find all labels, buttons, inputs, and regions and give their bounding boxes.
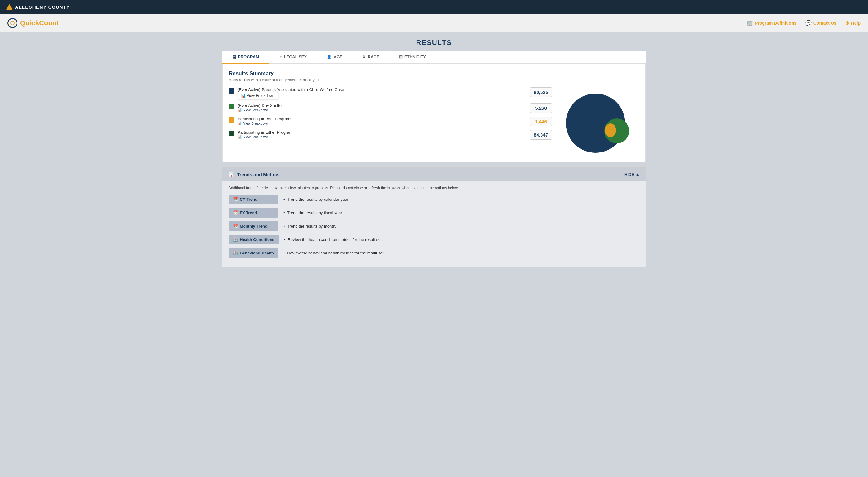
calendar-monthly-icon: 📅 xyxy=(233,224,238,228)
tab-race[interactable]: ✕ RACE xyxy=(352,51,389,64)
trends-section: 📊 Trends and Metrics HIDE ▲ Additional t… xyxy=(222,167,646,267)
cy-trend-button[interactable]: 📅 CY Trend xyxy=(228,195,278,204)
tab-age-label: AGE xyxy=(334,55,342,59)
result-label-area-4: Participating in Either Program 📊 View B… xyxy=(238,130,527,139)
ethnicity-icon: ⊞ xyxy=(399,55,403,59)
tab-ethnicity[interactable]: ⊞ ETHNICITY xyxy=(389,51,436,64)
person-icon: 👤 xyxy=(327,55,332,59)
tab-program[interactable]: ▤ PROGRAM xyxy=(222,51,269,64)
help-link[interactable]: ⊕ Help xyxy=(845,20,861,26)
result-label-area-1: (Ever Active) Parents Associated with a … xyxy=(238,87,527,99)
race-icon: ✕ xyxy=(362,55,366,59)
contact-us-label: Contact Us xyxy=(813,21,837,26)
color-box-1 xyxy=(229,88,235,94)
org-logo: ALLEGHENY COUNTY xyxy=(6,4,70,10)
result-label-area-2: (Ever Active) Day Shelter 📊 View Breakdo… xyxy=(238,103,527,112)
program-definitions-link[interactable]: 🏢 Program Definitions xyxy=(747,20,797,26)
help-label: Help xyxy=(851,21,861,26)
venn-diagram-area xyxy=(558,87,639,156)
app-name-quick: Quick xyxy=(20,19,39,27)
tab-ethnicity-label: ETHNICITY xyxy=(404,55,426,59)
app-logo-area: QuickCount xyxy=(7,18,59,28)
behavioral-health-desc: • Review the behavioral health metrics f… xyxy=(283,248,385,255)
count-badge-4: 84,347 xyxy=(530,130,552,140)
trends-heading: Trends and Metrics xyxy=(237,172,280,177)
trend-row-monthly: 📅 Monthly Trend • Trend the results by m… xyxy=(228,221,640,231)
help-icon: ⊕ xyxy=(845,20,849,26)
contact-us-link[interactable]: 💬 Contact Us xyxy=(805,20,837,26)
calendar-cy-icon: 📅 xyxy=(233,197,238,202)
trends-body: Additional trends/metrics may take a few… xyxy=(222,181,646,266)
result-row-2: (Ever Active) Day Shelter 📊 View Breakdo… xyxy=(229,103,552,113)
trends-note: Additional trends/metrics may take a few… xyxy=(228,186,640,190)
header-bar: QuickCount 🏢 Program Definitions 💬 Conta… xyxy=(0,14,868,32)
monthly-trend-label: Monthly Trend xyxy=(240,224,268,228)
chat-icon: 💬 xyxy=(805,20,812,26)
result-row-1: (Ever Active) Parents Associated with a … xyxy=(229,87,552,99)
health-conditions-desc: • Review the health condition metrics fo… xyxy=(284,235,382,242)
result-row-3: Participating in Both Programs 📊 View Br… xyxy=(229,117,552,126)
tabs-container: ▤ PROGRAM ♂ LEGAL SEX 👤 AGE ✕ RACE ⊞ ETH… xyxy=(222,51,646,162)
chevron-up-icon: ▲ xyxy=(636,172,640,177)
app-name: QuickCount xyxy=(20,19,59,27)
behavioral-icon: 🏥 xyxy=(233,251,238,255)
bullet-behavioral: • xyxy=(283,251,285,255)
triangle-icon xyxy=(6,4,12,10)
chart-icon-2: 📊 xyxy=(238,108,242,112)
program-definitions-label: Program Definitions xyxy=(755,21,797,26)
chart-icon: 📊 xyxy=(241,94,246,98)
org-name: ALLEGHENY COUNTY xyxy=(15,4,70,10)
view-breakdown-3[interactable]: 📊 View Breakdown xyxy=(238,121,527,125)
health-conditions-button[interactable]: 🏥 Health Conditions xyxy=(228,235,279,245)
tooltip-text-1[interactable]: 📊 View Breakdown xyxy=(238,92,278,99)
result-label-1: (Ever Active) Parents Associated with a … xyxy=(238,87,527,92)
tooltip-popup-1: 📊 View Breakdown xyxy=(238,92,527,99)
monthly-trend-desc: • Trend the results by month. xyxy=(283,221,336,228)
view-breakdown-2[interactable]: 📊 View Breakdown xyxy=(238,108,527,112)
venn-diagram xyxy=(564,87,633,156)
behavioral-health-label: Behavioral Health xyxy=(240,251,274,255)
cy-trend-desc: • Trend the results by calendar year. xyxy=(283,195,349,202)
trend-row-cy: 📅 CY Trend • Trend the results by calend… xyxy=(228,195,640,204)
result-label-4: Participating in Either Program xyxy=(238,130,527,135)
health-conditions-description: Review the health condition metrics for … xyxy=(287,237,382,242)
bullet-fy: • xyxy=(283,211,285,215)
monthly-trend-description: Trend the results by month. xyxy=(287,224,336,228)
bullet-health: • xyxy=(284,237,285,242)
results-panel: Results Summary *Only results with a val… xyxy=(222,64,646,162)
hide-button[interactable]: HIDE ▲ xyxy=(624,172,640,177)
top-navigation: ALLEGHENY COUNTY xyxy=(0,0,868,14)
chart-icon-4: 📊 xyxy=(238,135,242,139)
results-title: RESULTS xyxy=(222,39,646,47)
main-content: RESULTS ▤ PROGRAM ♂ LEGAL SEX 👤 AGE ✕ RA… xyxy=(216,32,652,273)
fy-trend-desc: • Trend the results by fiscal year. xyxy=(283,208,343,215)
result-label-2: (Ever Active) Day Shelter xyxy=(238,103,527,108)
tab-age[interactable]: 👤 AGE xyxy=(317,51,352,64)
result-label-3: Participating in Both Programs xyxy=(238,117,527,121)
count-badge-2: 5,268 xyxy=(530,103,552,113)
trend-row-behavioral: 🏥 Behavioral Health • Review the behavio… xyxy=(228,248,640,258)
document-icon: ▤ xyxy=(232,55,236,59)
count-badge-1: 80,525 xyxy=(530,87,552,97)
result-label-area-3: Participating in Both Programs 📊 View Br… xyxy=(238,117,527,125)
bullet-monthly: • xyxy=(283,224,285,228)
monthly-trend-button[interactable]: 📅 Monthly Trend xyxy=(228,221,278,231)
tabs: ▤ PROGRAM ♂ LEGAL SEX 👤 AGE ✕ RACE ⊞ ETH… xyxy=(222,51,646,64)
logo-circle-icon xyxy=(7,18,18,28)
fy-trend-description: Trend the results by fiscal year. xyxy=(287,211,343,215)
health-icon: 🏥 xyxy=(233,237,238,242)
behavioral-health-button[interactable]: 🏥 Behavioral Health xyxy=(228,248,278,258)
color-box-2 xyxy=(229,104,235,109)
tab-legal-sex[interactable]: ♂ LEGAL SEX xyxy=(269,51,317,64)
tab-program-label: PROGRAM xyxy=(238,55,259,59)
color-box-3 xyxy=(229,117,235,123)
logo-inner-icon xyxy=(10,21,14,25)
view-breakdown-4[interactable]: 📊 View Breakdown xyxy=(238,135,527,139)
header-navigation: 🏢 Program Definitions 💬 Contact Us ⊕ Hel… xyxy=(747,20,861,26)
cy-trend-description: Trend the results by calendar year. xyxy=(287,197,349,202)
result-row-4: Participating in Either Program 📊 View B… xyxy=(229,130,552,140)
org-icon: 🏢 xyxy=(747,20,753,26)
fy-trend-button[interactable]: 📅 FY Trend xyxy=(228,208,278,218)
trends-header: 📊 Trends and Metrics HIDE ▲ xyxy=(222,168,646,181)
chart-icon-3: 📊 xyxy=(238,121,242,125)
